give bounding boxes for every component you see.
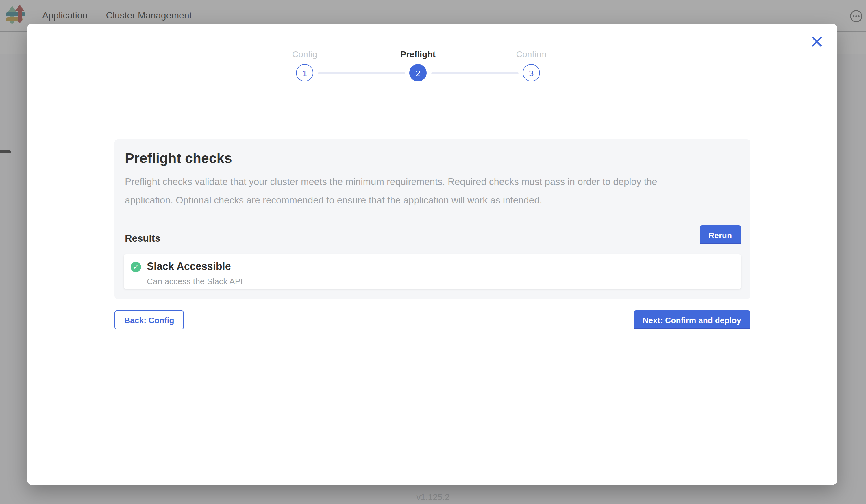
results-title: Results [125,233,160,245]
check-name: Slack Accessible [147,261,231,273]
step-label: Config [292,48,318,59]
check-pass-icon: ✓ [131,261,141,272]
results-header-row: Results Rerun [124,225,741,245]
next-confirm-deploy-button[interactable]: Next: Confirm and deploy [633,310,751,329]
modal-footer: Back: Config Next: Confirm and deploy [114,310,751,329]
rerun-button[interactable]: Rerun [699,225,741,245]
back-config-button[interactable]: Back: Config [114,310,184,329]
panel-title: Preflight checks [125,150,741,167]
stepper-step-preflight: Preflight 2 [361,48,475,81]
step-label: Confirm [516,48,546,59]
preflight-check-result: ✓ Slack Accessible Can access the Slack … [124,254,741,289]
preflight-panel: Preflight checks Preflight checks valida… [114,139,751,299]
screen: Application Cluster Management v1.125.2 [0,0,866,504]
close-icon [811,35,823,48]
panel-description-line: Preflight checks validate that your clus… [125,173,741,191]
check-detail: Can access the Slack API [147,277,732,286]
step-circle-2[interactable]: 2 [409,64,426,81]
panel-description-line: application. Optional checks are recomme… [125,191,741,209]
step-circle-1[interactable]: 1 [296,64,313,81]
close-button[interactable] [809,34,824,49]
step-circle-3[interactable]: 3 [523,64,540,81]
stepper-step-confirm: Confirm 3 [475,48,588,81]
step-label: Preflight [400,48,436,59]
panel-description: Preflight checks validate that your clus… [125,173,741,209]
check-head: ✓ Slack Accessible [131,261,732,273]
stepper-step-config: Config 1 [248,48,361,81]
preflight-modal: Config 1 Preflight 2 Confirm 3 Preflight… [27,24,837,485]
wizard-stepper: Config 1 Preflight 2 Confirm 3 [248,48,588,101]
